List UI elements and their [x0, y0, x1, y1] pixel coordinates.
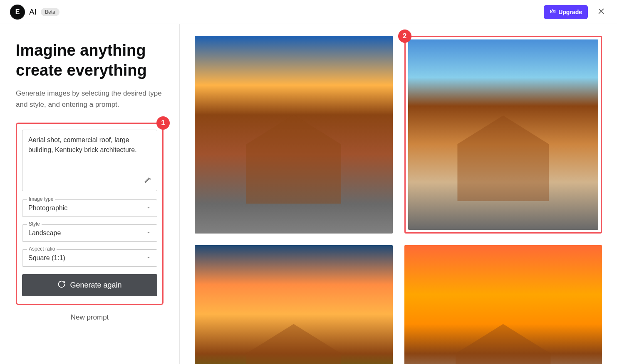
style-group: Style Landscape	[22, 224, 157, 242]
chevron-down-icon	[146, 204, 151, 212]
generated-image-2[interactable]	[408, 39, 599, 230]
image-type-select[interactable]: Photographic	[22, 199, 157, 217]
new-prompt-button[interactable]: New prompt	[71, 313, 109, 322]
result-item-2: 2	[404, 36, 602, 234]
aspect-ratio-label: Aspect ratio	[27, 246, 57, 252]
main: Imagine anything create everything Gener…	[0, 24, 617, 364]
chevron-down-icon	[146, 229, 151, 237]
heading-line-2: create everything	[16, 61, 147, 79]
page-subtitle: Generate images by selecting the desired…	[16, 88, 164, 110]
aspect-ratio-select[interactable]: Square (1:1)	[22, 249, 157, 267]
refresh-icon	[57, 280, 66, 290]
style-value: Landscape	[28, 229, 61, 237]
magic-wand-icon[interactable]	[144, 177, 152, 187]
generate-again-button[interactable]: Generate again	[22, 274, 157, 296]
aspect-ratio-group: Aspect ratio Square (1:1)	[22, 249, 157, 267]
beta-badge: Beta	[41, 8, 59, 16]
close-icon	[597, 10, 605, 17]
result-item-4	[404, 245, 602, 364]
image-type-group: Image type Photographic	[22, 199, 157, 217]
prompt-textarea-wrapper	[22, 130, 157, 191]
logo: E	[10, 5, 25, 20]
results-grid: 2	[195, 36, 602, 364]
generated-image-4[interactable]	[404, 245, 602, 364]
result-item-3	[195, 245, 393, 364]
upgrade-label: Upgrade	[558, 9, 582, 15]
chevron-down-icon	[146, 254, 151, 262]
header: E AI Beta Upgrade	[0, 0, 617, 24]
style-select[interactable]: Landscape	[22, 224, 157, 242]
annotation-badge-1: 1	[156, 116, 170, 130]
crown-icon	[550, 8, 556, 16]
header-left: E AI Beta	[10, 5, 59, 20]
results-panel: 2	[180, 24, 617, 364]
result-item-1	[195, 36, 393, 234]
logo-text: E	[15, 8, 20, 16]
sidebar: Imagine anything create everything Gener…	[0, 24, 180, 364]
generated-image-1[interactable]	[195, 36, 393, 234]
style-label: Style	[27, 221, 42, 227]
ai-label: AI	[29, 7, 37, 17]
generate-label: Generate again	[70, 281, 121, 290]
generated-image-3[interactable]	[195, 245, 393, 364]
header-right: Upgrade	[544, 5, 607, 19]
prompt-form: 1 Image type Photographic Style	[16, 123, 164, 305]
image-type-label: Image type	[27, 196, 55, 202]
upgrade-button[interactable]: Upgrade	[544, 5, 588, 19]
page-title: Imagine anything create everything	[16, 41, 164, 80]
annotation-badge-2: 2	[398, 30, 411, 43]
image-type-value: Photographic	[28, 204, 67, 212]
heading-line-1: Imagine anything	[16, 42, 146, 59]
prompt-input[interactable]	[28, 135, 151, 172]
close-button[interactable]	[595, 5, 607, 18]
aspect-ratio-value: Square (1:1)	[28, 254, 65, 262]
